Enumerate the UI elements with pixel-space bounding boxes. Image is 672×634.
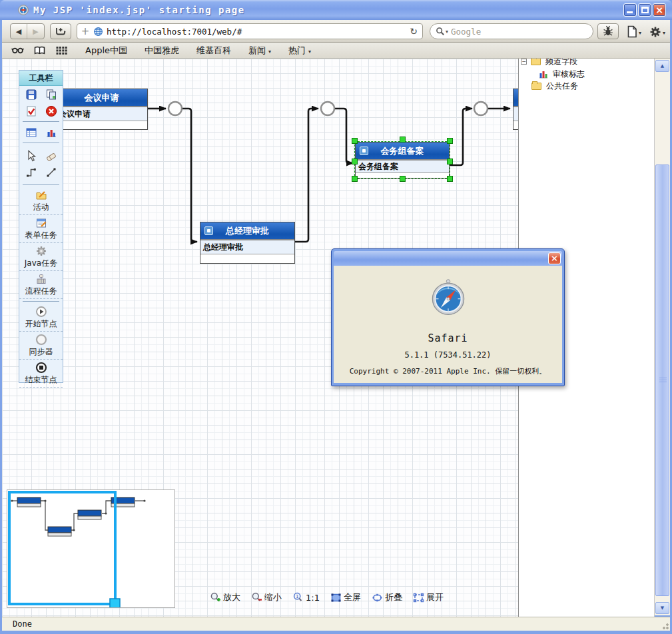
scroll-up-button[interactable]: ▲ bbox=[655, 60, 669, 72]
close-button[interactable]: × bbox=[653, 3, 666, 17]
select-cursor-icon[interactable] bbox=[25, 150, 37, 162]
dialog-titlebar[interactable]: × bbox=[334, 251, 562, 266]
resize-handle-sw[interactable] bbox=[352, 176, 358, 182]
palette-item-start-node[interactable]: 开始节点 bbox=[19, 304, 63, 332]
node-footer-row bbox=[200, 254, 294, 263]
reading-glasses-icon[interactable] bbox=[11, 45, 24, 55]
svg-text:1: 1 bbox=[296, 593, 298, 599]
collapse-icon bbox=[372, 592, 383, 603]
bookmark-wikipedia[interactable]: 维基百科 bbox=[196, 45, 231, 57]
bookmark-news-menu[interactable]: 新闻▾ bbox=[248, 45, 271, 57]
tree-item-channel-fields[interactable]: − 频道字段 bbox=[521, 59, 577, 67]
task-node-gm-approval[interactable]: 总经理审批 总经理审批 bbox=[200, 222, 295, 264]
resize-grip[interactable] bbox=[661, 621, 669, 629]
expand-button[interactable]: 展开 bbox=[413, 591, 444, 603]
dialog-app-name: Safari bbox=[334, 332, 562, 344]
page-icon bbox=[627, 25, 637, 38]
palette-item-process-task[interactable]: 流程任务 bbox=[19, 271, 63, 299]
top-sites-grid-icon[interactable] bbox=[55, 45, 68, 55]
chevron-down-icon: ▾ bbox=[268, 49, 271, 55]
bookmarks-book-icon[interactable] bbox=[33, 45, 46, 55]
close-icon: × bbox=[653, 4, 665, 16]
report-bug-button[interactable] bbox=[597, 23, 619, 39]
node-body-row[interactable]: 会务组备案 bbox=[356, 160, 449, 173]
settings-menu-button[interactable]: ▾ bbox=[649, 25, 665, 38]
tree-item-public-tasks[interactable]: 公共任务 bbox=[531, 81, 578, 92]
window-frame-bottom bbox=[0, 631, 672, 634]
search-icon bbox=[436, 27, 445, 36]
bookmarks-bar: Apple中国 中国雅虎 维基百科 新闻▾ 热门▾ bbox=[2, 43, 670, 59]
bookmark-apple-china[interactable]: Apple中国 bbox=[85, 45, 127, 57]
polyline-connector-icon[interactable] bbox=[25, 166, 37, 178]
junction-node-3 bbox=[474, 102, 488, 115]
palette-item-synchronizer[interactable]: 同步器 bbox=[19, 332, 63, 360]
resize-handle-nw[interactable] bbox=[352, 138, 358, 144]
add-bookmark-button[interactable] bbox=[50, 23, 71, 39]
page-menu-button[interactable]: ▾ bbox=[627, 25, 641, 38]
task-node-conference-filing[interactable]: 会务组备案 会务组备案 bbox=[355, 142, 450, 178]
zoom-out-button[interactable]: 缩小 bbox=[251, 591, 282, 603]
forward-button[interactable]: ▶ bbox=[27, 24, 44, 39]
task-node-clipped[interactable] bbox=[513, 89, 518, 130]
bookmark-yahoo-china[interactable]: 中国雅虎 bbox=[145, 45, 179, 57]
save-icon[interactable] bbox=[25, 89, 37, 101]
copy-icon[interactable] bbox=[45, 89, 57, 101]
overview-minimap[interactable] bbox=[7, 489, 175, 608]
node-header bbox=[513, 89, 518, 107]
validate-icon[interactable] bbox=[25, 105, 37, 117]
search-field[interactable]: ▾ bbox=[430, 23, 593, 39]
minimize-button[interactable] bbox=[623, 3, 637, 17]
resize-handle-s[interactable] bbox=[400, 176, 406, 182]
resize-handle-se[interactable] bbox=[447, 176, 453, 182]
fullscreen-button[interactable]: 全屏 bbox=[330, 591, 361, 603]
maximize-button[interactable] bbox=[638, 3, 651, 17]
vertical-scrollbar[interactable]: ▲ ▼ bbox=[655, 59, 670, 615]
search-input[interactable] bbox=[451, 27, 593, 37]
resize-handle-w[interactable] bbox=[352, 158, 358, 164]
scrollbar-thumb[interactable] bbox=[655, 164, 669, 596]
search-dropdown-icon[interactable]: ▾ bbox=[446, 29, 448, 35]
zoom-out-icon bbox=[251, 592, 262, 603]
chart-icon[interactable] bbox=[45, 127, 57, 139]
bookmark-popular-menu[interactable]: 热门▾ bbox=[288, 45, 311, 57]
node-body-row[interactable] bbox=[513, 107, 518, 121]
dialog-close-button[interactable]: × bbox=[548, 252, 561, 264]
resize-handle-e[interactable] bbox=[447, 158, 453, 164]
edge-4 bbox=[334, 109, 353, 163]
palette-separator bbox=[23, 143, 59, 143]
palette-item-activity[interactable]: 活动 bbox=[19, 187, 63, 215]
add-bookmark-icon bbox=[55, 25, 67, 37]
task-node-meeting-request[interactable]: 会议申请 会议申请 bbox=[55, 89, 148, 130]
reload-icon[interactable]: ↻ bbox=[405, 26, 422, 37]
resize-handle-ne[interactable] bbox=[447, 138, 453, 144]
tree-collapse-icon[interactable]: − bbox=[521, 59, 527, 65]
palette-item-java-task[interactable]: Java任务 bbox=[19, 243, 63, 271]
collapse-button[interactable]: 折叠 bbox=[372, 591, 402, 603]
resize-handle-n[interactable] bbox=[400, 137, 406, 143]
window-titlebar[interactable]: My JSP 'index.jsp' starting page × bbox=[0, 0, 672, 20]
url-input[interactable] bbox=[107, 27, 405, 37]
zoom-actual-size-button[interactable]: 1 1:1 bbox=[292, 592, 320, 603]
add-tab-icon[interactable]: + bbox=[77, 25, 93, 37]
dialog-copyright: Copyright © 2007-2011 Apple Inc. 保留一切权利。 bbox=[334, 366, 562, 376]
node-footer-row bbox=[513, 121, 518, 129]
palette-title[interactable]: 工具栏 bbox=[19, 71, 63, 86]
back-button[interactable]: ◀ bbox=[11, 24, 27, 39]
delete-icon[interactable] bbox=[45, 105, 57, 117]
properties-table-icon[interactable] bbox=[25, 127, 37, 139]
eraser-icon[interactable] bbox=[45, 150, 57, 162]
palette-item-form-task[interactable]: 表单任务 bbox=[19, 215, 63, 243]
zoom-in-button[interactable]: 放大 bbox=[210, 591, 240, 603]
node-body-row[interactable]: 总经理审批 bbox=[200, 240, 294, 254]
tree-item-audit-flag[interactable]: 审核标志 bbox=[539, 69, 585, 80]
scroll-down-button[interactable]: ▼ bbox=[655, 602, 669, 614]
address-bar[interactable]: + ↻ bbox=[77, 23, 423, 39]
minimap-viewport[interactable] bbox=[9, 492, 115, 604]
about-safari-dialog[interactable]: × Safari 5.1.1 (7534.51.22) Copyright © … bbox=[331, 248, 565, 386]
line-connector-icon[interactable] bbox=[45, 166, 57, 178]
status-bar: Done bbox=[2, 617, 670, 631]
palette-item-end-node[interactable]: 结束节点 bbox=[19, 360, 63, 388]
activity-icon bbox=[35, 189, 47, 201]
minimap-viewport-handle[interactable] bbox=[110, 599, 120, 607]
node-body-row[interactable]: 会议申请 bbox=[56, 107, 147, 121]
